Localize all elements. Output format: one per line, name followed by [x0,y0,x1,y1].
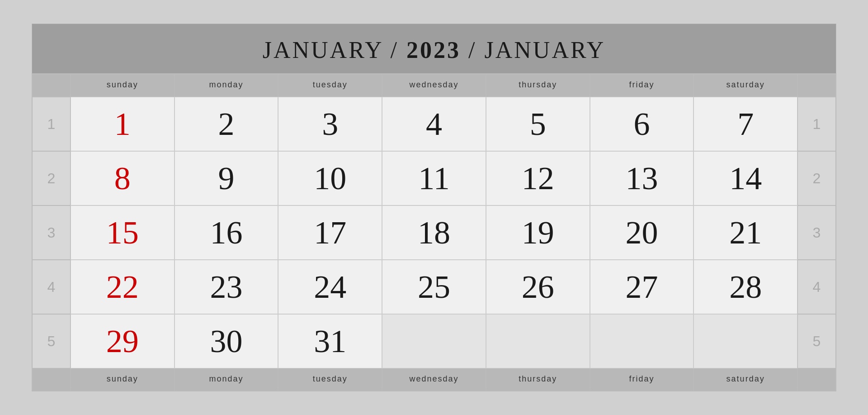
footer-monday: monday [175,368,278,391]
corner-top-right [797,74,836,97]
day-jan-14: 14 [693,151,797,205]
day-jan-10: 10 [278,151,382,205]
day-jan-1: 1 [71,97,175,151]
day-jan-12: 12 [486,151,590,205]
day-jan-6: 6 [590,97,694,151]
day-jan-8: 8 [71,151,175,205]
header-tuesday: tuesday [278,74,382,97]
week-num-right-4: 4 [797,260,836,314]
corner-top-left [32,74,71,97]
header-friday: friday [590,74,694,97]
day-jan-20: 20 [590,205,694,260]
week-num-1: 1 [32,97,71,151]
calendar-header: JANUARY / 2023 / JANUARY [32,24,836,73]
day-jan-16: 16 [175,205,278,260]
day-empty-1 [382,314,486,368]
right-month: JANUARY [484,37,605,63]
footer-sunday: sunday [71,368,175,391]
day-jan-22: 22 [71,260,175,314]
day-jan-5: 5 [486,97,590,151]
header-wednesday: wednesday [382,74,486,97]
day-jan-2: 2 [175,97,278,151]
year: 2023 [406,37,461,63]
footer-thursday: thursday [486,368,590,391]
left-month: JANUARY [263,37,383,63]
day-jan-9: 9 [175,151,278,205]
day-empty-2 [486,314,590,368]
corner-bottom-right [797,368,836,391]
day-jan-27: 27 [590,260,694,314]
day-jan-11: 11 [382,151,486,205]
day-jan-30: 30 [175,314,278,368]
day-jan-23: 23 [175,260,278,314]
week-num-5: 5 [32,314,71,368]
separator2: / [461,37,484,63]
footer-wednesday: wednesday [382,368,486,391]
day-jan-26: 26 [486,260,590,314]
day-jan-25: 25 [382,260,486,314]
day-jan-13: 13 [590,151,694,205]
day-jan-4: 4 [382,97,486,151]
day-jan-3: 3 [278,97,382,151]
calendar-grid: sunday monday tuesday wednesday thursday… [32,73,836,391]
header-saturday: saturday [693,74,797,97]
day-jan-28: 28 [693,260,797,314]
day-jan-18: 18 [382,205,486,260]
week-num-3: 3 [32,205,71,260]
day-jan-17: 17 [278,205,382,260]
week-num-right-1: 1 [797,97,836,151]
week-num-right-3: 3 [797,205,836,260]
day-jan-31: 31 [278,314,382,368]
day-empty-4 [693,314,797,368]
header-monday: monday [175,74,278,97]
footer-saturday: saturday [693,368,797,391]
corner-bottom-left [32,368,71,391]
week-num-right-2: 2 [797,151,836,205]
day-empty-3 [590,314,694,368]
day-jan-7: 7 [693,97,797,151]
week-num-4: 4 [32,260,71,314]
week-num-right-5: 5 [797,314,836,368]
week-num-2: 2 [32,151,71,205]
day-jan-29: 29 [71,314,175,368]
footer-tuesday: tuesday [278,368,382,391]
separator1: / [383,37,406,63]
calendar: JANUARY / 2023 / JANUARY sunday monday t… [32,24,836,391]
day-jan-15: 15 [71,205,175,260]
day-jan-19: 19 [486,205,590,260]
header-sunday: sunday [71,74,175,97]
header-thursday: thursday [486,74,590,97]
footer-friday: friday [590,368,694,391]
day-jan-24: 24 [278,260,382,314]
day-jan-21: 21 [693,205,797,260]
